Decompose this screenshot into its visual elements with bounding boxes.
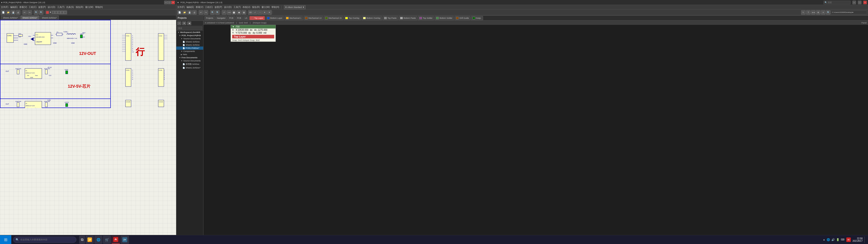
rt-open[interactable]: 📁: [182, 10, 187, 15]
toolbar-redo[interactable]: ↪: [27, 10, 32, 15]
menu-tools-right[interactable]: 工具(T): [234, 6, 241, 9]
rt-crossprobe[interactable]: ✕: [267, 10, 272, 15]
taskbar-clock[interactable]: 22:58 2021/8/17: [852, 237, 863, 242]
tab-sheet2[interactable]: Sheet2.SchDoc*: [20, 16, 39, 20]
taskbar-browser[interactable]: 🌐: [94, 236, 102, 244]
menu-report-left[interactable]: 报告(R): [76, 6, 84, 9]
tab-projects[interactable]: Projects: [204, 16, 215, 20]
tab-keep[interactable]: Keep-: [471, 16, 483, 20]
projects-search-input[interactable]: [177, 26, 202, 30]
tab-mech15[interactable]: Mechanical 15: [323, 16, 343, 20]
systray-volume-icon[interactable]: 🔊: [831, 238, 835, 241]
taskbar-zy[interactable]: ZY: [121, 236, 129, 244]
tab-top-layer[interactable]: Top Layer: [249, 16, 265, 20]
systray-up-arrow[interactable]: ▲: [823, 238, 825, 241]
menu-sim-left[interactable]: 仿真(S): [66, 6, 74, 9]
tab-ls[interactable]: LS: [243, 16, 249, 20]
rt-measure[interactable]: ⟷: [811, 10, 815, 15]
menu-place-left[interactable]: 放置(P): [38, 6, 46, 9]
tree-workspace[interactable]: ▼ Workspace1.DsnWrk: [176, 31, 203, 34]
menu-tools-left[interactable]: 工具(T): [57, 6, 65, 9]
tab-pcb2[interactable]: PCB: [236, 16, 243, 20]
rt-interactive-route[interactable]: ⟿: [227, 10, 231, 15]
layer-selector-toolbar[interactable]: ▼: [45, 10, 67, 14]
systray-keyboard-icon[interactable]: ⌨: [841, 238, 844, 241]
rt-save[interactable]: 💾: [187, 10, 192, 15]
tab-sheet3[interactable]: Sheet3.SchDoc*: [40, 16, 59, 20]
restore-btn-right[interactable]: □: [858, 1, 862, 4]
menu-help-right[interactable]: 帮助(H): [272, 6, 279, 9]
maximize-btn[interactable]: □: [168, 1, 171, 4]
proj-menu-btn[interactable]: ▼: [182, 22, 186, 25]
tree-free-source[interactable]: ▼ Source Documents: [176, 59, 203, 62]
toolbar-save[interactable]: 💾: [11, 10, 16, 15]
tree-free-docs[interactable]: ▼ Free Documents: [176, 56, 203, 59]
search-input-right[interactable]: [828, 1, 848, 4]
close-btn-right[interactable]: ✕: [863, 1, 867, 4]
tab-top-overlay[interactable]: Top Overlay: [344, 16, 361, 20]
tree-components[interactable]: ▼ Components: [176, 50, 203, 53]
tree-source-docs[interactable]: ▼ Source Documents: [176, 37, 203, 40]
toolbar-new[interactable]: 📄: [1, 10, 5, 15]
tree-sheet1-free[interactable]: 📄 Sheet1.SchDoc*: [176, 66, 203, 69]
minimize-btn-right[interactable]: ─: [852, 1, 856, 4]
tab-bottom-paste[interactable]: Bottom Paste: [399, 16, 417, 20]
tab-pcb1[interactable]: PCB: [228, 16, 235, 20]
menu-edit-right[interactable]: 编辑(E): [186, 6, 194, 9]
tab-bottom-overlay[interactable]: Bottom Overlay: [362, 16, 382, 20]
rt-route[interactable]: ↗: [222, 10, 226, 15]
toolbar-open[interactable]: 📁: [6, 10, 10, 15]
tab-bottom-solder[interactable]: Bottom Solder: [434, 16, 454, 20]
altium-standard-btn[interactable]: ⚙ Altium Standard ▼: [284, 5, 305, 9]
rt-zoom-in[interactable]: 🔍: [210, 10, 215, 15]
close-btn[interactable]: ✕: [171, 1, 175, 4]
tab-top-solder[interactable]: Top Solder: [418, 16, 434, 20]
menu-project-right[interactable]: 工程(C): [205, 6, 213, 9]
menu-help-left[interactable]: 帮助(H): [95, 6, 103, 9]
tab-top-paste[interactable]: Top Paste: [382, 16, 398, 20]
tree-sheet1[interactable]: 📄 Sheet1.SchDoc: [176, 43, 203, 47]
start-button[interactable]: ⊞: [0, 235, 11, 244]
tree-pcb1[interactable]: 📄 PCB1.PcbDoc*: [176, 47, 203, 50]
rt-drc[interactable]: ✓: [253, 10, 257, 15]
menu-route-right[interactable]: 布线(U): [243, 6, 250, 9]
toolbar-zoom-out[interactable]: 🔍: [39, 10, 43, 15]
menu-window-left[interactable]: 窗口(W): [85, 6, 93, 9]
taskbar-file-explorer[interactable]: 📁: [86, 236, 94, 244]
systray-battery-icon[interactable]: 🔋: [836, 238, 839, 241]
menu-place-right[interactable]: 放置(P): [215, 6, 222, 9]
rt-redo[interactable]: ↪: [204, 10, 208, 15]
menu-project-left[interactable]: 工程(C): [29, 6, 36, 9]
rt-path-input[interactable]: C:\Users\33306\Desktop\●: [831, 10, 867, 14]
tree-nets[interactable]: ▶ Nets: [176, 53, 203, 56]
systray-network-icon[interactable]: 🌐: [827, 238, 830, 241]
taskbar-task-view[interactable]: ⧉: [79, 236, 85, 244]
taskbar-store[interactable]: 🛒: [103, 236, 111, 244]
rt-text[interactable]: T: [806, 10, 811, 15]
search-box[interactable]: 🔍: [824, 1, 850, 4]
systray-altium[interactable]: Ai: [846, 238, 851, 242]
tree-yuanliitu[interactable]: 📄 原理图.SchDoc: [176, 62, 203, 66]
toolbar-zoom-in[interactable]: 🔍: [34, 10, 38, 15]
schematic-canvas[interactable]: CON1 R13 10K U11 LM1196S-ADJ ON/: [0, 20, 176, 240]
menu-view-left[interactable]: 察看(V): [20, 6, 27, 9]
rt-snap[interactable]: ⊕: [816, 10, 820, 15]
tab-mech1[interactable]: Mechanical 1: [284, 16, 303, 20]
taskbar-altium[interactable]: Ai: [112, 236, 120, 244]
menu-file-right[interactable]: 文件(F): [177, 6, 185, 9]
rt-pad[interactable]: ◼: [237, 10, 241, 15]
rt-print[interactable]: 🖨: [192, 10, 197, 15]
taskbar-search-input[interactable]: [20, 238, 70, 241]
menu-design-right[interactable]: 设计(D): [224, 6, 232, 9]
rt-undo[interactable]: ↩: [199, 10, 203, 15]
toolbar-undo[interactable]: ↩: [22, 10, 27, 15]
menu-edit-left[interactable]: 编辑(E): [10, 6, 18, 9]
proj-collapse-btn[interactable]: ◀: [187, 22, 191, 25]
rt-layers[interactable]: ≡: [821, 10, 826, 15]
rt-3d[interactable]: 3D: [248, 10, 253, 15]
rt-highlight[interactable]: ✦: [262, 10, 267, 15]
toolbar-print[interactable]: 🖨: [16, 10, 20, 15]
menu-view-right[interactable]: 察看(V): [196, 6, 203, 9]
tab-mech13[interactable]: Mechanical 13: [303, 16, 323, 20]
minimize-btn[interactable]: ─: [164, 1, 168, 4]
